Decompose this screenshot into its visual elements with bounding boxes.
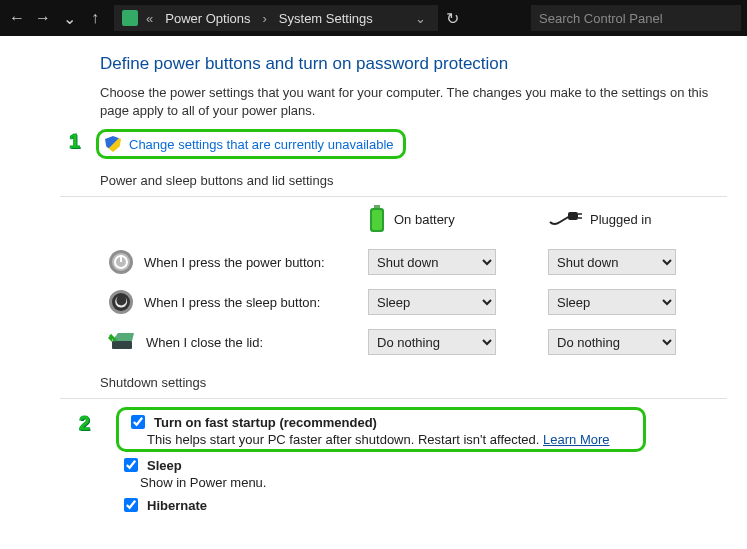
address-dropdown-icon[interactable]: ⌄: [411, 11, 430, 26]
fast-startup-learn-more-link[interactable]: Learn More: [543, 432, 609, 447]
battery-icon: [368, 205, 386, 233]
divider: [60, 398, 727, 399]
sleep-label: Sleep: [147, 458, 182, 473]
forward-button[interactable]: →: [32, 7, 54, 29]
fast-startup-label: Turn on fast startup (recommended): [154, 415, 377, 430]
row-lid: When I close the lid: Do nothing Do noth…: [108, 329, 727, 355]
section-title-buttons: Power and sleep buttons and lid settings: [60, 173, 727, 188]
refresh-button[interactable]: ↻: [442, 7, 464, 29]
address-bar[interactable]: « Power Options › System Settings ⌄: [114, 5, 438, 31]
annotation-2: 2: [79, 412, 90, 435]
row-lid-label: When I close the lid:: [146, 335, 263, 350]
fast-startup-item: 2 Turn on fast startup (recommended) Thi…: [116, 407, 646, 452]
page-heading: Define power buttons and turn on passwor…: [100, 54, 727, 74]
chevron-right-icon: ›: [259, 11, 271, 26]
uac-shield-icon: [105, 136, 121, 152]
sleep-button-ac-select[interactable]: Sleep: [548, 289, 676, 315]
svg-rect-3: [568, 212, 578, 220]
content-area: Define power buttons and turn on passwor…: [0, 36, 747, 525]
change-unavailable-settings-link-container: 1 Change settings that are currently una…: [96, 129, 406, 159]
sleep-button-icon: [108, 289, 134, 315]
up-button[interactable]: ↑: [84, 7, 106, 29]
column-plugged-in-label: Plugged in: [590, 212, 651, 227]
sleep-desc: Show in Power menu.: [140, 475, 727, 490]
hibernate-checkbox[interactable]: [124, 498, 138, 512]
column-plugged-in: Plugged in: [548, 210, 678, 228]
breadcrumb-prefix: «: [142, 11, 157, 26]
change-unavailable-settings-link[interactable]: Change settings that are currently unava…: [129, 137, 394, 152]
hibernate-item: Hibernate: [120, 492, 727, 517]
back-button[interactable]: ←: [6, 7, 28, 29]
svg-rect-0: [374, 205, 380, 208]
control-panel-icon: [122, 10, 138, 26]
breadcrumb-item-power-options[interactable]: Power Options: [161, 11, 254, 26]
fast-startup-checkbox[interactable]: [131, 415, 145, 429]
divider: [60, 196, 727, 197]
power-button-ac-select[interactable]: Shut down: [548, 249, 676, 275]
sleep-checkbox[interactable]: [124, 458, 138, 472]
lid-ac-select[interactable]: Do nothing: [548, 329, 676, 355]
page-intro: Choose the power settings that you want …: [100, 84, 727, 119]
column-on-battery-label: On battery: [394, 212, 455, 227]
svg-point-11: [112, 293, 130, 311]
annotation-1: 1: [69, 130, 80, 153]
column-headers: On battery Plugged in: [108, 205, 727, 233]
search-input[interactable]: Search Control Panel: [531, 5, 741, 31]
explorer-navbar: ← → ⌄ ↑ « Power Options › System Setting…: [0, 0, 747, 36]
recent-locations-button[interactable]: ⌄: [58, 7, 80, 29]
power-button-battery-select[interactable]: Shut down: [368, 249, 496, 275]
plug-icon: [548, 210, 582, 228]
search-placeholder: Search Control Panel: [539, 11, 663, 26]
svg-rect-12: [112, 341, 132, 349]
fast-startup-desc: This helps start your PC faster after sh…: [147, 432, 543, 447]
row-sleep-button-label: When I press the sleep button:: [144, 295, 320, 310]
hibernate-label: Hibernate: [147, 498, 207, 513]
row-power-button: When I press the power button: Shut down…: [108, 249, 727, 275]
section-title-shutdown: Shutdown settings: [60, 375, 727, 390]
svg-rect-2: [372, 210, 382, 230]
lid-icon: [108, 331, 136, 353]
row-power-button-label: When I press the power button:: [144, 255, 325, 270]
lid-battery-select[interactable]: Do nothing: [368, 329, 496, 355]
sleep-item: Sleep Show in Power menu.: [120, 452, 727, 492]
row-sleep-button: When I press the sleep button: Sleep Sle…: [108, 289, 727, 315]
breadcrumb-item-system-settings[interactable]: System Settings: [275, 11, 377, 26]
column-on-battery: On battery: [368, 205, 498, 233]
power-button-icon: [108, 249, 134, 275]
sleep-button-battery-select[interactable]: Sleep: [368, 289, 496, 315]
